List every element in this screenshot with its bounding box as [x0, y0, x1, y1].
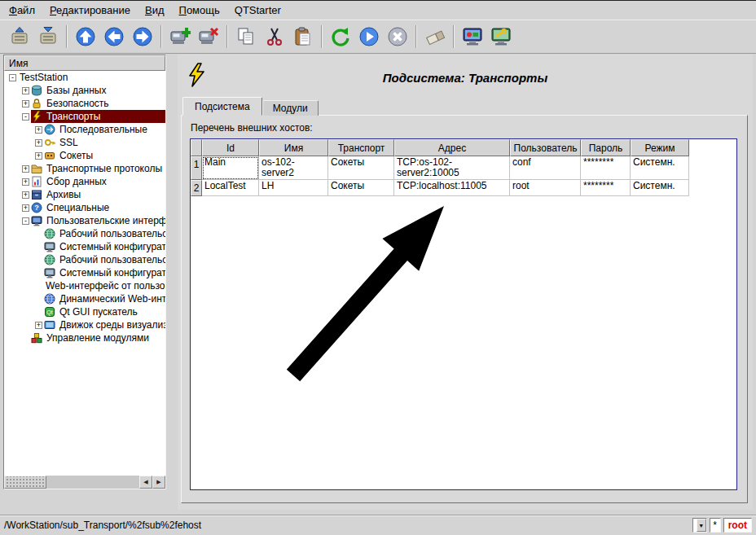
tree-item[interactable]: +Безопасность: [4, 97, 165, 110]
column-header[interactable]: Имя: [259, 139, 328, 156]
table-cell[interactable]: TCP:localhost:11005: [394, 180, 510, 196]
table-cell[interactable]: TCP:os-102-server2:10005: [394, 156, 510, 180]
add-button[interactable]: [167, 24, 193, 50]
copy-button[interactable]: [233, 24, 259, 50]
tree-item[interactable]: +?Специальные: [4, 201, 165, 214]
tree-item-content[interactable]: Последовательные: [44, 123, 165, 136]
column-header[interactable]: Адрес: [394, 139, 510, 156]
tree-item[interactable]: Динамический Web-интерфейс: [4, 292, 165, 305]
table-cell[interactable]: Сокеты: [328, 180, 394, 196]
tree-item[interactable]: Рабочий пользовательский интерфейс: [4, 253, 165, 266]
expand-icon[interactable]: +: [35, 322, 42, 329]
menu-item-file[interactable]: Файл: [2, 2, 42, 19]
column-header[interactable]: Id: [202, 139, 259, 156]
start-button[interactable]: [356, 24, 382, 50]
tree-item[interactable]: Системный конфигуратор: [4, 266, 165, 279]
table-cell[interactable]: os-102-server2: [259, 156, 328, 180]
up-button[interactable]: [73, 24, 99, 50]
qtcfg-button[interactable]: [459, 24, 486, 50]
table-cell[interactable]: LocalTest: [202, 180, 259, 196]
tree-item-content[interactable]: ?Специальные: [31, 201, 165, 214]
tree-item[interactable]: Системный конфигуратор: [4, 240, 165, 253]
tree-item-content[interactable]: Базы данных: [31, 84, 165, 97]
refresh-button[interactable]: [327, 24, 354, 50]
tree-item[interactable]: -TestStation: [4, 71, 165, 84]
qtstarter-button[interactable]: [488, 24, 514, 50]
collapse-icon[interactable]: -: [22, 217, 29, 225]
tree-item-content[interactable]: Рабочий пользовательский интерфейс: [44, 253, 165, 266]
tree-item-content[interactable]: Движок среды визуализации: [44, 318, 165, 331]
tree-item[interactable]: +Сокеты: [4, 149, 165, 162]
tree-item-content[interactable]: Транспорты: [31, 110, 165, 123]
tree-item[interactable]: +Движок среды визуализации: [4, 318, 165, 331]
table-cell[interactable]: root: [510, 180, 581, 196]
row-header[interactable]: 2: [191, 180, 202, 196]
current-user-button[interactable]: root: [723, 518, 752, 533]
tree-item-content[interactable]: SSL: [44, 136, 165, 149]
table-cell[interactable]: Системн.: [631, 156, 689, 180]
column-header[interactable]: Режим: [631, 139, 689, 156]
save-button[interactable]: [35, 24, 61, 50]
expand-icon[interactable]: +: [22, 178, 29, 186]
tree-item[interactable]: +SSL: [4, 136, 165, 149]
row-header[interactable]: 1: [191, 156, 202, 180]
table-cell[interactable]: Main: [202, 156, 259, 180]
tree-item[interactable]: Управление модулями: [4, 331, 165, 344]
expand-icon[interactable]: +: [35, 152, 42, 160]
tree-item[interactable]: Web-интерфейс от пользователя: [4, 279, 165, 292]
table-cell[interactable]: conf: [510, 156, 581, 180]
tree-item[interactable]: +Транспортные протоколы: [4, 162, 165, 175]
delete-button[interactable]: [196, 24, 222, 50]
status-combobox[interactable]: ▼: [692, 518, 707, 533]
cut-button[interactable]: [262, 24, 288, 50]
menu-item-edit[interactable]: Редактирование: [42, 2, 138, 19]
tree-horizontal-scrollbar[interactable]: ◀ ▶: [4, 476, 165, 489]
scrollbar-thumb[interactable]: [4, 476, 46, 489]
tree-item-content[interactable]: Динамический Web-интерфейс: [44, 292, 165, 305]
tree-item-content[interactable]: Рабочий пользовательский интерфейс: [44, 227, 165, 240]
expand-icon[interactable]: +: [22, 165, 29, 173]
tree-item-content[interactable]: Управление модулями: [31, 331, 165, 344]
collapse-icon[interactable]: -: [22, 113, 29, 121]
load-button[interactable]: [7, 24, 33, 50]
table-cell[interactable]: Сокеты: [328, 156, 394, 180]
tree-item[interactable]: +Базы данных: [4, 84, 165, 97]
chevron-down-icon[interactable]: ▼: [697, 519, 706, 532]
stop-button[interactable]: [385, 24, 411, 50]
tree-header[interactable]: Имя: [4, 55, 165, 71]
tree-item[interactable]: Рабочий пользовательский интерфейс: [4, 227, 165, 240]
collapse-icon[interactable]: -: [9, 74, 16, 81]
menu-item-qtstarter[interactable]: QTStarter: [227, 2, 288, 19]
expand-icon[interactable]: +: [22, 191, 29, 199]
tab-modules[interactable]: Модули: [262, 100, 319, 116]
tree-item-content[interactable]: Безопасность: [31, 97, 165, 110]
expand-icon[interactable]: +: [22, 204, 29, 212]
tree-item-content[interactable]: QtQt GUI пускатель: [44, 305, 165, 318]
tree-item-content[interactable]: Системный конфигуратор: [44, 240, 165, 253]
column-header[interactable]: Пароль: [581, 139, 631, 156]
tree-item-content[interactable]: Пользовательские интерфейсы: [31, 214, 165, 227]
back-button[interactable]: [101, 24, 127, 50]
table-cell[interactable]: ********: [581, 156, 631, 180]
scrollbar-track[interactable]: [46, 476, 139, 489]
scroll-left-icon[interactable]: ◀: [139, 476, 152, 489]
tree-item-content[interactable]: Транспортные протоколы: [31, 162, 165, 175]
tree-item-content[interactable]: Web-интерфейс от пользователя: [44, 279, 165, 292]
clear-button[interactable]: [422, 24, 448, 50]
table-cell[interactable]: Системн.: [631, 180, 689, 196]
tree-item-content[interactable]: Архивы: [31, 188, 165, 201]
expand-icon[interactable]: +: [35, 126, 42, 134]
column-header[interactable]: Пользователь: [510, 139, 581, 156]
tree-item[interactable]: +Архивы: [4, 188, 165, 201]
menu-item-help[interactable]: Помощь: [172, 2, 227, 19]
column-header[interactable]: Транспорт: [328, 139, 394, 156]
tree-item-content[interactable]: Сбор данных: [31, 175, 165, 188]
tree-item-content[interactable]: Системный конфигуратор: [44, 266, 165, 279]
tab-subsystem[interactable]: Подсистема: [182, 97, 262, 116]
tree-item-content[interactable]: TestStation: [18, 71, 165, 84]
tree-item[interactable]: QtQt GUI пускатель: [4, 305, 165, 318]
tree-item[interactable]: -Транспорты: [4, 110, 165, 123]
table-cell[interactable]: ********: [581, 180, 631, 196]
menu-item-view[interactable]: Вид: [138, 2, 172, 19]
paste-button[interactable]: [290, 24, 316, 50]
